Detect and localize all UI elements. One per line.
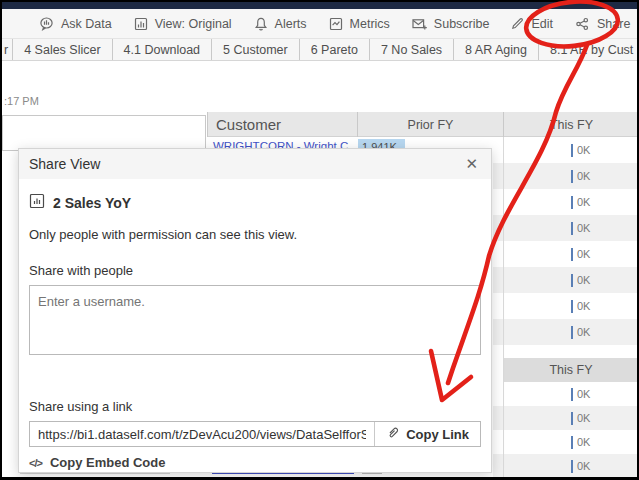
share-button[interactable]: Share xyxy=(574,16,630,32)
this-fy-rows-section1: 0K 0K 0K 0K xyxy=(493,137,637,345)
column-header-customer: Customer xyxy=(207,112,357,137)
column-header-this-fy: This FY xyxy=(503,112,637,137)
subscribe-button[interactable]: Subscribe xyxy=(411,16,490,32)
metrics-icon xyxy=(328,16,344,32)
ask-data-label: Ask Data xyxy=(61,17,112,31)
table-row: 0K xyxy=(493,382,637,406)
share-link-row: Copy Link xyxy=(29,421,481,447)
sheet-tab[interactable]: 8 AR Aging xyxy=(454,39,539,60)
copy-link-button[interactable]: Copy Link xyxy=(374,422,480,446)
section2-header-this-fy: This FY xyxy=(503,358,637,382)
screenshot-frame: Ask Data View: Original xyxy=(0,0,639,480)
close-icon[interactable]: ✕ xyxy=(462,155,481,173)
parameter-box[interactable] xyxy=(2,115,206,151)
column-separator xyxy=(503,137,504,477)
table-row: 0K xyxy=(493,406,637,430)
subscribe-envelope-icon xyxy=(411,16,428,32)
sheet-tab[interactable]: 4 Sales Slicer xyxy=(13,39,112,60)
copy-link-label: Copy Link xyxy=(406,427,469,442)
this-fy-value: 0K xyxy=(577,388,590,400)
this-fy-column: 0K 0K 0K 0K xyxy=(493,137,637,477)
share-view-dialog: Share View ✕ 2 Sales YoY Only people wit… xyxy=(18,148,492,473)
top-navy-bar xyxy=(2,2,637,9)
this-fy-value: 0K xyxy=(577,170,590,182)
table-row: 0K xyxy=(493,241,637,267)
edit-pencil-icon xyxy=(510,16,525,31)
sheet-tab[interactable]: 5 Customer xyxy=(212,39,300,60)
sheet-tab[interactable]: 8.1 AR by Cust xyxy=(539,39,637,60)
share-with-people-label: Share with people xyxy=(29,263,481,278)
sheet-tab[interactable]: 4.1 Download xyxy=(113,39,212,60)
sheet-tab[interactable]: 6 Pareto xyxy=(300,39,370,60)
this-fy-value: 0K xyxy=(577,144,590,156)
table-row: 0K xyxy=(493,454,637,477)
zero-bar-tick xyxy=(571,222,573,235)
this-fy-rows-section2: 0K 0K 0K 0K xyxy=(493,382,637,477)
view-original-label: View: Original xyxy=(155,17,232,31)
table-row: 0K xyxy=(493,267,637,293)
permission-note: Only people with permission can see this… xyxy=(29,227,481,242)
tableau-window: Ask Data View: Original xyxy=(2,2,637,477)
zero-bar-tick xyxy=(571,326,573,339)
column-header-prior-fy: Prior FY xyxy=(357,112,503,137)
view-toolbar: Ask Data View: Original xyxy=(2,9,637,38)
this-fy-value: 0K xyxy=(577,436,590,448)
table-row: 0K xyxy=(493,137,637,163)
alerts-label: Alerts xyxy=(275,17,307,31)
table-row: 0K xyxy=(493,215,637,241)
code-icon: </> xyxy=(29,457,42,469)
table-row: 0K xyxy=(493,319,637,345)
view-name: 2 Sales YoY xyxy=(53,195,131,211)
table-header: Customer Prior FY This FY xyxy=(207,112,637,137)
ask-data-button[interactable]: Ask Data xyxy=(38,16,112,32)
table-row: 0K xyxy=(493,293,637,319)
section-gap xyxy=(493,345,637,358)
edit-label: Edit xyxy=(531,17,553,31)
this-fy-value: 0K xyxy=(577,412,590,424)
tab-partial-left[interactable]: r xyxy=(2,39,13,60)
this-fy-value: 0K xyxy=(577,196,590,208)
paperclip-icon xyxy=(386,426,400,443)
zero-bar-tick xyxy=(571,170,573,183)
this-fy-value: 0K xyxy=(577,460,590,472)
zero-bar-tick xyxy=(571,274,573,287)
view-thumbnail-icon xyxy=(29,193,45,213)
view-original-icon xyxy=(133,16,149,32)
table-row: 0K xyxy=(493,430,637,454)
view-row: 2 Sales YoY xyxy=(29,193,481,213)
view-original-button[interactable]: View: Original xyxy=(133,16,232,32)
metrics-label: Metrics xyxy=(350,17,390,31)
zero-bar-tick xyxy=(571,388,573,401)
alerts-button[interactable]: Alerts xyxy=(253,16,307,32)
share-nodes-icon xyxy=(574,16,591,32)
this-fy-value: 0K xyxy=(577,222,590,234)
sheet-tab[interactable]: 7 No Sales xyxy=(370,39,454,60)
copy-embed-code-button[interactable]: </> Copy Embed Code xyxy=(29,455,481,470)
zero-bar-tick xyxy=(571,248,573,261)
ask-data-icon xyxy=(38,16,55,32)
dialog-title: Share View xyxy=(29,156,100,172)
username-input[interactable] xyxy=(29,285,481,355)
dialog-body: 2 Sales YoY Only people with permission … xyxy=(19,193,491,470)
zero-bar-tick xyxy=(571,300,573,313)
subscribe-label: Subscribe xyxy=(434,17,490,31)
this-fy-value: 0K xyxy=(577,248,590,260)
zero-bar-tick xyxy=(571,196,573,209)
this-fy-value: 0K xyxy=(577,326,590,338)
copy-embed-code-label: Copy Embed Code xyxy=(50,455,166,470)
table-row: 0K xyxy=(493,189,637,215)
timestamp-fragment: :17 PM xyxy=(4,95,39,107)
zero-bar-tick xyxy=(571,412,573,425)
edit-button[interactable]: Edit xyxy=(510,16,553,31)
zero-bar-tick xyxy=(571,436,573,449)
this-fy-value: 0K xyxy=(577,274,590,286)
zero-bar-tick xyxy=(571,460,573,473)
share-link-label: Share using a link xyxy=(29,399,481,414)
zero-bar-tick xyxy=(571,144,573,157)
dialog-header: Share View ✕ xyxy=(19,149,491,179)
sheet-tabs: r 4 Sales Slicer 4.1 Download 5 Customer… xyxy=(2,38,637,61)
metrics-button[interactable]: Metrics xyxy=(328,16,390,32)
share-label: Share xyxy=(597,17,630,31)
share-link-input[interactable] xyxy=(30,422,374,446)
this-fy-value: 0K xyxy=(577,300,590,312)
